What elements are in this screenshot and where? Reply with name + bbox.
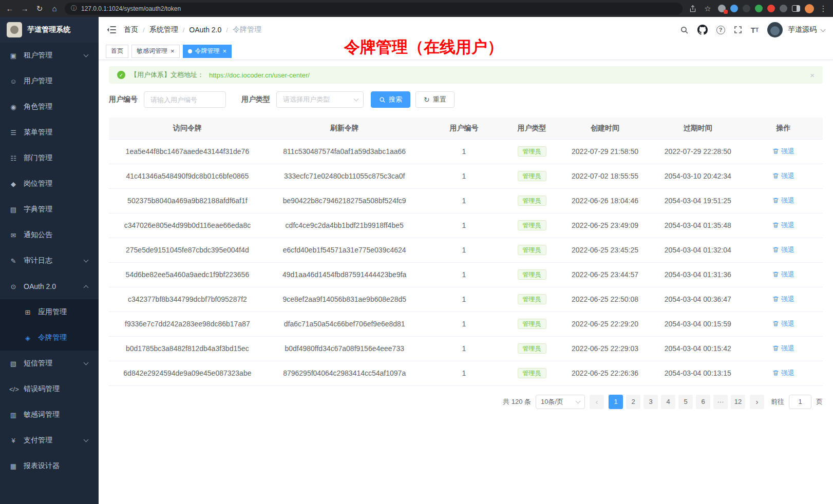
force-logout-button[interactable]: 强退 <box>772 319 794 328</box>
tab-敏感词管理[interactable]: 敏感词管理× <box>131 45 180 58</box>
tab-令牌管理[interactable]: 令牌管理× <box>183 45 232 58</box>
github-icon[interactable] <box>697 25 708 35</box>
search-icon[interactable] <box>680 26 689 34</box>
force-logout-label: 强退 <box>781 196 794 205</box>
chevron-down-icon[interactable] <box>821 27 826 32</box>
notification-badge <box>724 10 728 14</box>
force-logout-button[interactable]: 强退 <box>772 344 794 353</box>
force-logout-button[interactable]: 强退 <box>772 369 794 378</box>
reset-button[interactable]: ↻ 重置 <box>415 91 455 108</box>
share-icon[interactable] <box>688 5 697 13</box>
sidebar-item-label: 令牌管理 <box>38 333 89 342</box>
tag-view-bar: 首页敏感词管理×令牌管理× <box>99 43 833 60</box>
pager-page-3[interactable]: 3 <box>643 395 658 409</box>
user-icon: ☺ <box>9 77 17 85</box>
sidebar-item-tenant[interactable]: ▣租户管理 <box>0 43 99 68</box>
breadcrumb-item[interactable]: 系统管理 <box>149 25 178 34</box>
success-check-icon: ✓ <box>117 71 125 79</box>
expire-time-cell: 2054-03-04 01:32:04 <box>651 238 744 262</box>
sidebar-toggle-icon[interactable] <box>792 5 800 12</box>
search-button[interactable]: 搜索 <box>371 91 410 108</box>
prev-page-button[interactable]: ‹ <box>590 395 604 409</box>
sms-icon: ▧ <box>9 360 17 367</box>
breadcrumb-item[interactable]: OAuth 2.0 <box>189 26 221 34</box>
sidebar-item-app[interactable]: ⊞应用管理 <box>0 299 99 325</box>
font-size-icon[interactable]: TT <box>751 26 759 34</box>
tab-close-icon[interactable]: × <box>223 48 227 54</box>
column-header: 刷新令牌 <box>266 118 423 139</box>
user-id-input[interactable] <box>144 91 226 108</box>
access-token-cell: 6d842e2924594de9a09e45e087323abe <box>109 361 266 385</box>
search-button-label: 搜索 <box>389 95 402 104</box>
pager-page-1[interactable]: 1 <box>609 395 623 409</box>
sidebar-item-label: 报表设计器 <box>24 461 89 471</box>
goto-page-input[interactable] <box>789 395 811 409</box>
extension-icon-dark[interactable] <box>743 5 750 12</box>
fullscreen-icon[interactable] <box>734 26 742 34</box>
next-page-button[interactable]: › <box>750 395 764 409</box>
breadcrumb-separator: / <box>143 26 145 34</box>
sidebar-item-report[interactable]: ▦报表设计器 <box>0 453 99 479</box>
sidebar-item-errcode[interactable]: </>错误码管理 <box>0 376 99 402</box>
browser-profile-avatar[interactable] <box>805 4 814 13</box>
alert-close-icon[interactable]: × <box>810 71 815 80</box>
force-logout-button[interactable]: 强退 <box>772 270 794 279</box>
home-icon[interactable]: ⌂ <box>50 5 59 12</box>
force-logout-label: 强退 <box>781 270 794 279</box>
pager-page-4[interactable]: 4 <box>661 395 675 409</box>
username[interactable]: 芋道源码 <box>788 25 817 34</box>
sidebar-item-user[interactable]: ☺用户管理 <box>0 68 99 94</box>
force-logout-button[interactable]: 强退 <box>772 196 794 205</box>
sidebar-item-post[interactable]: ◆岗位管理 <box>0 171 99 197</box>
refresh-icon: ↻ <box>424 96 430 103</box>
pager-page-2[interactable]: 2 <box>626 395 640 409</box>
collapse-sidebar-icon[interactable] <box>107 26 116 34</box>
user-avatar[interactable] <box>767 22 783 37</box>
extension-icon[interactable] <box>718 5 726 12</box>
tab-首页[interactable]: 首页 <box>106 45 128 58</box>
force-logout-button[interactable]: 强退 <box>772 245 794 255</box>
page-unit: 页 <box>816 397 823 406</box>
sidebar-item-role[interactable]: ◉角色管理 <box>0 94 99 120</box>
page-size-select[interactable]: 10条/页 <box>536 395 585 409</box>
pager-more-button[interactable]: ··· <box>713 395 728 409</box>
pager-page-6[interactable]: 6 <box>696 395 710 409</box>
user-id-cell: 1 <box>423 287 505 312</box>
pager-page-12[interactable]: 12 <box>731 395 745 409</box>
sidebar-item-menu[interactable]: ☰菜单管理 <box>0 120 99 145</box>
user-type-select[interactable]: 请选择用户类型 <box>276 91 364 108</box>
forward-icon[interactable]: → <box>20 5 29 12</box>
sidebar-item-token[interactable]: ◈令牌管理 <box>0 325 99 351</box>
back-icon[interactable]: ← <box>5 5 14 12</box>
sidebar-item-sensitive-word[interactable]: ▥敏感词管理 <box>0 402 99 428</box>
sidebar-item-dict[interactable]: ▤字典管理 <box>0 197 99 222</box>
extension-icon-green[interactable] <box>755 5 763 12</box>
bookmark-star-icon[interactable]: ☆ <box>703 5 712 12</box>
sidebar-item-oauth2[interactable]: ⊙OAuth 2.0 <box>0 274 99 299</box>
sidebar-item-sms[interactable]: ▧短信管理 <box>0 351 99 376</box>
extension-icon-red[interactable] <box>767 5 775 12</box>
sidebar-item-notice[interactable]: ✉通知公告 <box>0 222 99 248</box>
address-bar[interactable]: ⓘ 127.0.0.1:1024/system/oauth2/token <box>65 3 683 15</box>
doc-link[interactable]: https://doc.iocoder.cn/user-center/ <box>209 71 310 79</box>
extension-icon-gray[interactable] <box>780 5 787 12</box>
force-logout-button[interactable]: 强退 <box>772 295 794 304</box>
user-id-cell: 1 <box>423 238 505 262</box>
sidebar-item-audit-log[interactable]: ✎审计日志 <box>0 248 99 274</box>
force-logout-button[interactable]: 强退 <box>772 147 794 156</box>
user-type-placeholder: 请选择用户类型 <box>283 95 330 104</box>
pager-page-5[interactable]: 5 <box>678 395 693 409</box>
extension-icon-blue[interactable] <box>730 5 738 12</box>
sidebar-item-dept[interactable]: ☷部门管理 <box>0 145 99 171</box>
site-info-icon[interactable]: ⓘ <box>71 4 77 13</box>
breadcrumb-item[interactable]: 首页 <box>124 25 138 34</box>
help-icon[interactable]: ? <box>716 26 725 34</box>
force-logout-button[interactable]: 强退 <box>772 221 794 230</box>
reload-icon[interactable]: ↻ <box>35 5 44 12</box>
force-logout-button[interactable]: 强退 <box>772 171 794 181</box>
app-logo[interactable]: 芋道管理系统 <box>0 17 99 43</box>
tab-close-icon[interactable]: × <box>171 48 175 54</box>
sidebar-item-label: 审计日志 <box>24 256 78 265</box>
browser-menu-icon[interactable]: ⋮ <box>819 5 828 12</box>
sidebar-item-pay[interactable]: ¥支付管理 <box>0 428 99 453</box>
